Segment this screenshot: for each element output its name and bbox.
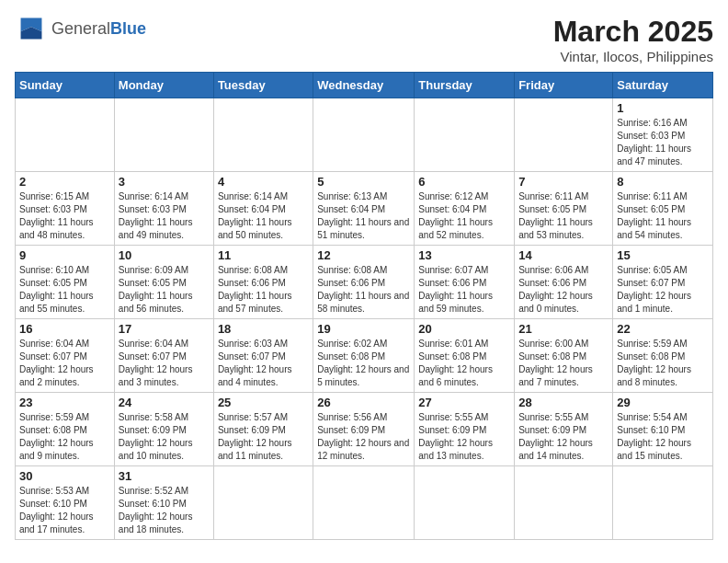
- day-info: Sunrise: 5:52 AM Sunset: 6:10 PM Dayligh…: [119, 485, 210, 536]
- calendar-cell: 9Sunrise: 6:10 AM Sunset: 6:05 PM Daylig…: [16, 246, 115, 319]
- month-title: March 2025: [553, 15, 713, 49]
- calendar-cell: 23Sunrise: 5:59 AM Sunset: 6:08 PM Dayli…: [16, 393, 115, 466]
- day-info: Sunrise: 5:59 AM Sunset: 6:08 PM Dayligh…: [19, 411, 110, 463]
- day-number: 12: [317, 248, 410, 262]
- day-number: 25: [218, 396, 309, 409]
- calendar-cell: [515, 466, 613, 540]
- header-friday: Friday: [515, 73, 613, 98]
- calendar-week-1: 1Sunrise: 6:16 AM Sunset: 6:03 PM Daylig…: [16, 98, 713, 172]
- calendar-cell: [415, 466, 515, 540]
- calendar-cell: 3Sunrise: 6:14 AM Sunset: 6:03 PM Daylig…: [114, 172, 213, 246]
- calendar-cell: 18Sunrise: 6:03 AM Sunset: 6:07 PM Dayli…: [213, 319, 313, 393]
- calendar-cell: 25Sunrise: 5:57 AM Sunset: 6:09 PM Dayli…: [213, 393, 313, 466]
- day-info: Sunrise: 6:11 AM Sunset: 6:05 PM Dayligh…: [518, 190, 609, 242]
- calendar-cell: 15Sunrise: 6:05 AM Sunset: 6:07 PM Dayli…: [613, 246, 713, 319]
- calendar-cell: [16, 98, 115, 172]
- header-sunday: Sunday: [16, 73, 115, 98]
- day-number: 11: [218, 248, 309, 262]
- day-info: Sunrise: 6:13 AM Sunset: 6:04 PM Dayligh…: [317, 190, 410, 242]
- calendar-cell: 26Sunrise: 5:56 AM Sunset: 6:09 PM Dayli…: [313, 393, 415, 466]
- day-number: 31: [119, 469, 210, 483]
- calendar-cell: 8Sunrise: 6:11 AM Sunset: 6:05 PM Daylig…: [613, 172, 713, 246]
- day-number: 5: [317, 175, 410, 189]
- calendar-cell: [114, 98, 213, 172]
- day-info: Sunrise: 6:16 AM Sunset: 6:03 PM Dayligh…: [617, 117, 709, 168]
- calendar-cell: 22Sunrise: 5:59 AM Sunset: 6:08 PM Dayli…: [613, 319, 713, 393]
- day-number: 19: [317, 322, 410, 336]
- calendar-week-6: 30Sunrise: 5:53 AM Sunset: 6:10 PM Dayli…: [16, 466, 713, 540]
- logo: GeneralBlue: [15, 15, 146, 42]
- day-info: Sunrise: 6:08 AM Sunset: 6:06 PM Dayligh…: [218, 264, 309, 316]
- day-info: Sunrise: 6:12 AM Sunset: 6:04 PM Dayligh…: [418, 190, 510, 242]
- day-number: 4: [218, 175, 309, 189]
- day-number: 10: [119, 248, 210, 262]
- weekday-header-row: Sunday Monday Tuesday Wednesday Thursday…: [16, 73, 713, 98]
- day-number: 22: [617, 322, 709, 336]
- day-number: 17: [119, 322, 210, 336]
- calendar-cell: 20Sunrise: 6:01 AM Sunset: 6:08 PM Dayli…: [415, 319, 515, 393]
- generalblue-logo-icon: [15, 15, 48, 42]
- day-info: Sunrise: 6:02 AM Sunset: 6:08 PM Dayligh…: [317, 338, 410, 389]
- location: Vintar, Ilocos, Philippines: [553, 49, 713, 64]
- day-number: 2: [19, 175, 110, 189]
- calendar-week-5: 23Sunrise: 5:59 AM Sunset: 6:08 PM Dayli…: [16, 393, 713, 466]
- calendar-cell: 7Sunrise: 6:11 AM Sunset: 6:05 PM Daylig…: [515, 172, 613, 246]
- calendar-cell: 29Sunrise: 5:54 AM Sunset: 6:10 PM Dayli…: [613, 393, 713, 466]
- day-number: 9: [19, 248, 110, 262]
- day-number: 18: [218, 322, 309, 336]
- day-info: Sunrise: 6:03 AM Sunset: 6:07 PM Dayligh…: [218, 338, 309, 389]
- calendar-week-3: 9Sunrise: 6:10 AM Sunset: 6:05 PM Daylig…: [16, 246, 713, 319]
- day-number: 14: [518, 248, 609, 262]
- title-block: March 2025 Vintar, Ilocos, Philippines: [553, 15, 713, 64]
- header-saturday: Saturday: [613, 73, 713, 98]
- day-number: 6: [418, 175, 510, 189]
- day-number: 21: [518, 322, 609, 336]
- calendar-cell: 6Sunrise: 6:12 AM Sunset: 6:04 PM Daylig…: [415, 172, 515, 246]
- day-info: Sunrise: 6:06 AM Sunset: 6:06 PM Dayligh…: [518, 264, 609, 316]
- day-info: Sunrise: 5:56 AM Sunset: 6:09 PM Dayligh…: [317, 411, 410, 463]
- calendar-cell: [613, 466, 713, 540]
- header-wednesday: Wednesday: [313, 73, 415, 98]
- day-number: 28: [518, 396, 609, 409]
- day-info: Sunrise: 6:09 AM Sunset: 6:05 PM Dayligh…: [119, 264, 210, 316]
- calendar-cell: 14Sunrise: 6:06 AM Sunset: 6:06 PM Dayli…: [515, 246, 613, 319]
- calendar-cell: 30Sunrise: 5:53 AM Sunset: 6:10 PM Dayli…: [16, 466, 115, 540]
- day-info: Sunrise: 5:54 AM Sunset: 6:10 PM Dayligh…: [617, 411, 709, 463]
- calendar-cell: [313, 466, 415, 540]
- calendar-cell: 28Sunrise: 5:55 AM Sunset: 6:09 PM Dayli…: [515, 393, 613, 466]
- page-header: GeneralBlue March 2025 Vintar, Ilocos, P…: [15, 15, 713, 64]
- calendar-cell: 16Sunrise: 6:04 AM Sunset: 6:07 PM Dayli…: [16, 319, 115, 393]
- day-info: Sunrise: 5:59 AM Sunset: 6:08 PM Dayligh…: [617, 338, 709, 389]
- header-tuesday: Tuesday: [213, 73, 313, 98]
- day-number: 27: [418, 396, 510, 409]
- calendar-cell: [515, 98, 613, 172]
- calendar-cell: 19Sunrise: 6:02 AM Sunset: 6:08 PM Dayli…: [313, 319, 415, 393]
- calendar-cell: 11Sunrise: 6:08 AM Sunset: 6:06 PM Dayli…: [213, 246, 313, 319]
- day-number: 20: [418, 322, 510, 336]
- calendar-week-4: 16Sunrise: 6:04 AM Sunset: 6:07 PM Dayli…: [16, 319, 713, 393]
- day-number: 8: [617, 175, 709, 189]
- calendar-cell: 24Sunrise: 5:58 AM Sunset: 6:09 PM Dayli…: [114, 393, 213, 466]
- calendar-cell: [415, 98, 515, 172]
- day-number: 15: [617, 248, 709, 262]
- calendar-cell: 17Sunrise: 6:04 AM Sunset: 6:07 PM Dayli…: [114, 319, 213, 393]
- day-info: Sunrise: 6:07 AM Sunset: 6:06 PM Dayligh…: [418, 264, 510, 316]
- day-info: Sunrise: 6:04 AM Sunset: 6:07 PM Dayligh…: [19, 338, 110, 389]
- day-info: Sunrise: 6:14 AM Sunset: 6:03 PM Dayligh…: [119, 190, 210, 242]
- calendar-cell: 5Sunrise: 6:13 AM Sunset: 6:04 PM Daylig…: [313, 172, 415, 246]
- calendar-cell: 1Sunrise: 6:16 AM Sunset: 6:03 PM Daylig…: [613, 98, 713, 172]
- day-info: Sunrise: 6:01 AM Sunset: 6:08 PM Dayligh…: [418, 338, 510, 389]
- calendar-cell: [213, 98, 313, 172]
- header-thursday: Thursday: [415, 73, 515, 98]
- day-number: 29: [617, 396, 709, 409]
- day-info: Sunrise: 6:10 AM Sunset: 6:05 PM Dayligh…: [19, 264, 110, 316]
- day-number: 3: [119, 175, 210, 189]
- day-info: Sunrise: 6:04 AM Sunset: 6:07 PM Dayligh…: [119, 338, 210, 389]
- day-number: 26: [317, 396, 410, 409]
- day-number: 1: [617, 101, 709, 115]
- day-number: 24: [119, 396, 210, 409]
- calendar-cell: 27Sunrise: 5:55 AM Sunset: 6:09 PM Dayli…: [415, 393, 515, 466]
- calendar-cell: 2Sunrise: 6:15 AM Sunset: 6:03 PM Daylig…: [16, 172, 115, 246]
- day-number: 7: [518, 175, 609, 189]
- day-info: Sunrise: 6:05 AM Sunset: 6:07 PM Dayligh…: [617, 264, 709, 316]
